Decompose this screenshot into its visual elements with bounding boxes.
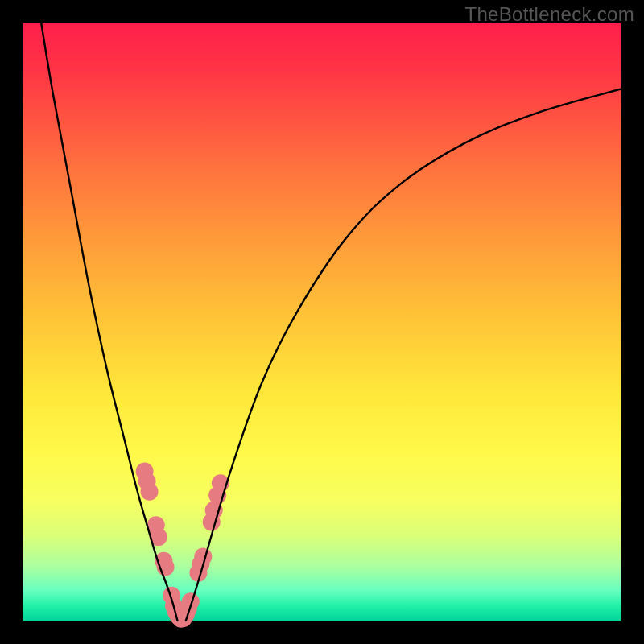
chart-svg: [23, 23, 621, 621]
chart-frame: TheBottleneck.com: [0, 0, 644, 644]
chart-marker: [141, 483, 159, 501]
chart-markers: [136, 463, 229, 628]
chart-series-right-curve: [186, 89, 621, 621]
chart-lines: [41, 23, 621, 621]
watermark-text: TheBottleneck.com: [464, 3, 634, 26]
